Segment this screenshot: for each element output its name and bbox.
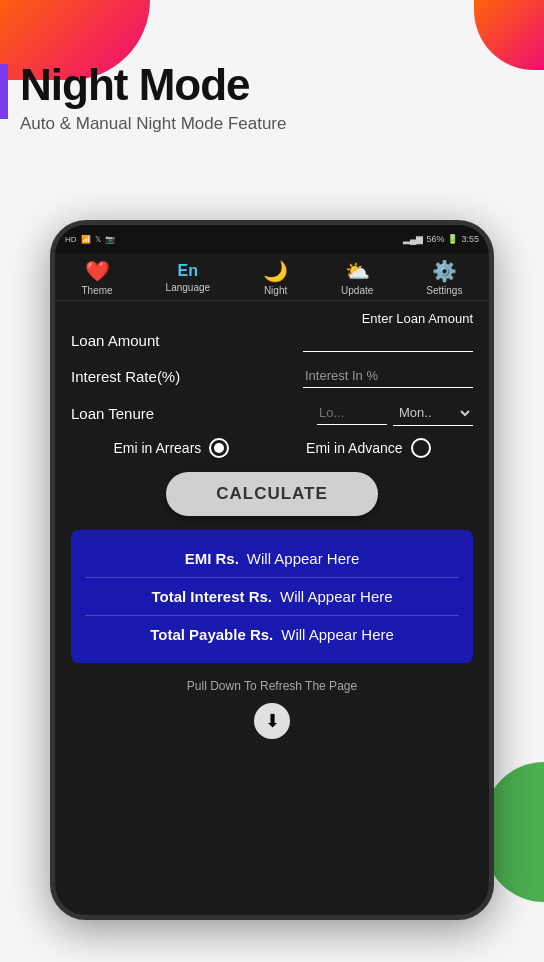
page-subtitle: Auto & Manual Night Mode Feature xyxy=(20,114,286,134)
toolbar-update[interactable]: ⛅ Update xyxy=(341,259,373,296)
update-icon: ⛅ xyxy=(345,259,370,283)
loan-tenure-row: Loan Tenure Mon.. Years xyxy=(71,400,473,426)
tenure-unit-select[interactable]: Mon.. Years xyxy=(393,400,473,426)
total-interest-value: Will Appear Here xyxy=(280,588,393,605)
enter-loan-label: Enter Loan Amount xyxy=(71,311,473,326)
interest-rate-input[interactable] xyxy=(303,364,473,388)
emi-arrears-radio[interactable] xyxy=(209,438,229,458)
battery-percent: 56% xyxy=(426,234,444,244)
night-icon: 🌙 xyxy=(263,259,288,283)
toolbar-language[interactable]: En Language xyxy=(166,262,211,293)
total-payable-result-row: Total Payable Rs. Will Appear Here xyxy=(85,616,459,653)
status-bar-right: ▂▄▆ 56% 🔋 3:55 xyxy=(403,234,479,244)
content-area: Enter Loan Amount Loan Amount Interest R… xyxy=(55,301,489,749)
theme-label: Theme xyxy=(81,285,112,296)
total-interest-label: Total Interest Rs. xyxy=(151,588,272,605)
total-payable-value: Will Appear Here xyxy=(281,626,394,643)
interest-rate-row: Interest Rate(%) xyxy=(71,364,473,388)
pull-refresh-hint: Pull Down To Refresh The Page xyxy=(71,673,473,699)
emi-result-value: Will Appear Here xyxy=(247,550,360,567)
results-area: EMI Rs. Will Appear Here Total Interest … xyxy=(71,530,473,663)
calculate-button[interactable]: CALCULATE xyxy=(166,472,378,516)
purple-accent-bar xyxy=(0,64,8,119)
calculate-btn-wrapper: CALCULATE xyxy=(71,472,473,516)
app-toolbar: ❤️ Theme En Language 🌙 Night ⛅ Update ⚙️… xyxy=(55,253,489,301)
toolbar-settings[interactable]: ⚙️ Settings xyxy=(426,259,462,296)
toolbar-night[interactable]: 🌙 Night xyxy=(263,259,288,296)
loan-tenure-label: Loan Tenure xyxy=(71,405,154,422)
status-bar-left: HD 📶 𝕏 📷 xyxy=(65,235,115,244)
settings-icon: ⚙️ xyxy=(432,259,457,283)
update-label: Update xyxy=(341,285,373,296)
loan-amount-input[interactable] xyxy=(303,328,473,352)
emi-advance-radio[interactable] xyxy=(411,438,431,458)
header-section: Night Mode Auto & Manual Night Mode Feat… xyxy=(20,60,286,134)
twitter-icon: 𝕏 xyxy=(95,235,101,244)
emi-result-label: EMI Rs. xyxy=(185,550,239,567)
hd-icon: HD xyxy=(65,235,77,244)
emi-arrears-label: Emi in Arrears xyxy=(113,440,201,456)
refresh-button[interactable]: ⬇ xyxy=(254,703,290,739)
status-bar: HD 📶 𝕏 📷 ▂▄▆ 56% 🔋 3:55 xyxy=(55,225,489,253)
emi-advance-label: Emi in Advance xyxy=(306,440,403,456)
tenure-inputs: Mon.. Years xyxy=(317,400,473,426)
interest-rate-label: Interest Rate(%) xyxy=(71,368,180,385)
toolbar-theme[interactable]: ❤️ Theme xyxy=(81,259,112,296)
loan-amount-row: Loan Amount xyxy=(71,328,473,352)
language-icon: En xyxy=(178,262,198,280)
total-payable-label: Total Payable Rs. xyxy=(150,626,273,643)
signal-bars: ▂▄▆ xyxy=(403,234,423,244)
theme-icon: ❤️ xyxy=(85,259,110,283)
page-title: Night Mode xyxy=(20,60,286,110)
emi-result-row: EMI Rs. Will Appear Here xyxy=(85,540,459,578)
emi-advance-option[interactable]: Emi in Advance xyxy=(306,438,431,458)
top-right-decoration xyxy=(474,0,544,70)
tenure-value-input[interactable] xyxy=(317,401,387,425)
night-label: Night xyxy=(264,285,287,296)
battery-icon: 🔋 xyxy=(447,234,458,244)
instagram-icon: 📷 xyxy=(105,235,115,244)
clock: 3:55 xyxy=(461,234,479,244)
total-interest-result-row: Total Interest Rs. Will Appear Here xyxy=(85,578,459,616)
loan-amount-label: Loan Amount xyxy=(71,332,159,349)
emi-arrears-option[interactable]: Emi in Arrears xyxy=(113,438,229,458)
wifi-icon: 📶 xyxy=(81,235,91,244)
settings-label: Settings xyxy=(426,285,462,296)
emi-type-row: Emi in Arrears Emi in Advance xyxy=(71,438,473,458)
phone-mockup: HD 📶 𝕏 📷 ▂▄▆ 56% 🔋 3:55 ❤️ Theme En Lang… xyxy=(50,220,494,920)
language-label: Language xyxy=(166,282,211,293)
